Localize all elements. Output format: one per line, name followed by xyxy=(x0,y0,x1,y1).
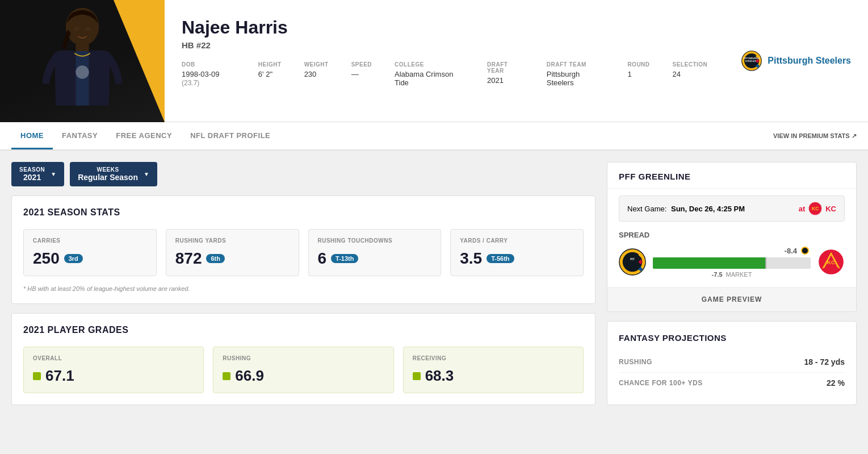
detail-weight: WEIGHT 230 xyxy=(304,61,329,87)
kc-logo: KC xyxy=(808,202,822,215)
player-position: HB #22 xyxy=(182,40,707,50)
spread-bar-area: -8.4 -7.5 MARKET xyxy=(653,246,811,278)
detail-selection: SELECTION 24 xyxy=(673,61,708,87)
player-details: DOB 1998-03-09 (23.7) HEIGHT 6' 2" WEIGH… xyxy=(182,61,707,87)
svg-point-3 xyxy=(74,27,79,31)
left-column: SEASON 2021 ▼ WEEKS Regular Season ▼ 202… xyxy=(11,162,596,405)
season-stats-card: 2021 SEASON STATS CARRIES 250 3rd RUSHIN… xyxy=(11,195,596,304)
spread-team-icon xyxy=(799,246,811,255)
stat-carries: CARRIES 250 3rd xyxy=(23,229,157,276)
grade-dot-receiving xyxy=(413,372,421,380)
fantasy-projections-card: FANTASY PROJECTIONS RUSHING 18 - 72 yds … xyxy=(607,321,857,405)
detail-speed: SPEED — xyxy=(351,61,372,87)
player-name: Najee Harris xyxy=(182,17,707,38)
chevron-down-icon-weeks: ▼ xyxy=(144,171,149,177)
detail-height: HEIGHT 6' 2" xyxy=(258,61,282,87)
stat-rushing-tds: RUSHING TOUCHDOWNS 6 T-13th xyxy=(308,229,442,276)
main-content: SEASON 2021 ▼ WEEKS Regular Season ▼ 202… xyxy=(0,151,868,416)
stat-yards-per-carry: YARDS / CARRY 3.5 T-56th xyxy=(450,229,584,276)
greenline-title: PFF GREENLINE xyxy=(619,172,845,181)
nav-home[interactable]: HOME xyxy=(11,123,53,149)
spread-content: PIT -8.4 xyxy=(619,246,845,278)
detail-draft-team: DRAFT TEAM Pittsburgh Steelers xyxy=(547,61,605,87)
spread-bar-fill xyxy=(653,257,766,269)
spread-market: -7.5 MARKET xyxy=(712,271,752,278)
next-game-team: at KC KC xyxy=(799,202,836,215)
season-stats-title: 2021 SEASON STATS xyxy=(23,207,584,218)
svg-point-2 xyxy=(76,65,89,78)
detail-college: COLLEGE Alabama Crimson Tide xyxy=(395,61,464,87)
stats-grid: CARRIES 250 3rd RUSHING YARDS 872 6th RU… xyxy=(23,229,584,276)
detail-draft-year: DRAFT YEAR 2021 xyxy=(487,61,524,87)
team-logo: PITTSBURGH STEELERS xyxy=(741,51,762,71)
stat-footnote: * HB with at least 20% of league-highest… xyxy=(23,285,584,292)
photo-diagonal-accent xyxy=(114,0,165,122)
nav-free-agency[interactable]: FREE AGENCY xyxy=(107,123,181,149)
chevron-down-icon: ▼ xyxy=(51,171,56,177)
greenline-card: PFF GREENLINE Next Game: Sun, Dec 26, 4:… xyxy=(607,162,857,312)
fantasy-row-100yds: CHANCE FOR 100+ YDS 22 % xyxy=(619,373,845,393)
svg-text:KC: KC xyxy=(827,259,835,265)
grade-dot-overall xyxy=(33,372,41,380)
grade-rushing: RUSHING 66.9 xyxy=(213,347,393,393)
season-dropdown[interactable]: SEASON 2021 ▼ xyxy=(11,162,64,186)
grade-receiving: RECEIVING 68.3 xyxy=(403,347,584,393)
player-info: Najee Harris HB #22 DOB 1998-03-09 (23.7… xyxy=(165,0,724,122)
next-game: Next Game: Sun, Dec 26, 4:25 PM at KC KC xyxy=(619,195,845,222)
svg-text:KC: KC xyxy=(812,206,819,211)
nav-premium[interactable]: VIEW IN PREMIUM STATS ↗ xyxy=(773,132,857,140)
kc-spread-logo: KC xyxy=(817,248,845,276)
team-name[interactable]: Pittsburgh Steelers xyxy=(768,56,851,66)
grade-overall: OVERALL 67.1 xyxy=(23,347,204,393)
weeks-dropdown[interactable]: WEEKS Regular Season ▼ xyxy=(70,162,157,186)
team-info[interactable]: PITTSBURGH STEELERS Pittsburgh Steelers xyxy=(724,0,868,122)
nav-fantasy[interactable]: FANTASY xyxy=(53,123,107,149)
spread-section: SPREAD PIT -8.4 xyxy=(607,231,856,287)
season-selector: SEASON 2021 ▼ WEEKS Regular Season ▼ xyxy=(11,162,596,186)
svg-point-21 xyxy=(802,248,808,253)
spread-bar xyxy=(653,257,811,269)
next-game-label: Next Game: Sun, Dec 26, 4:25 PM xyxy=(627,205,745,213)
stat-rushing-yards: RUSHING YARDS 872 6th xyxy=(166,229,299,276)
detail-round: ROUND 1 xyxy=(627,61,649,87)
detail-dob: DOB 1998-03-09 (23.7) xyxy=(182,61,236,87)
player-grades-title: 2021 PLAYER GRADES xyxy=(23,325,584,335)
grades-grid: OVERALL 67.1 RUSHING 66.9 RECEIVING xyxy=(23,347,584,393)
nav-nfl-draft[interactable]: NFL DRAFT PROFILE xyxy=(181,123,279,149)
navigation: HOME FANTASY FREE AGENCY NFL DRAFT PROFI… xyxy=(0,122,868,151)
steelers-spread-logo: PIT xyxy=(619,248,646,276)
svg-text:PIT: PIT xyxy=(630,258,635,261)
player-photo xyxy=(0,0,165,122)
fantasy-row-rushing: RUSHING 18 - 72 yds xyxy=(619,352,845,373)
spread-value: -8.4 xyxy=(785,247,797,255)
spread-divider xyxy=(765,257,766,269)
right-column: PFF GREENLINE Next Game: Sun, Dec 26, 4:… xyxy=(607,162,857,405)
grade-dot-rushing xyxy=(223,372,230,380)
player-header: Najee Harris HB #22 DOB 1998-03-09 (23.7… xyxy=(0,0,868,122)
external-link-icon: ↗ xyxy=(852,132,857,139)
fantasy-title: FANTASY PROJECTIONS xyxy=(619,333,845,343)
greenline-header: PFF GREENLINE xyxy=(607,163,856,189)
game-preview-button[interactable]: GAME PREVIEW xyxy=(607,287,856,311)
svg-point-4 xyxy=(85,27,91,31)
player-grades-card: 2021 PLAYER GRADES OVERALL 67.1 RUSHING … xyxy=(11,313,596,405)
